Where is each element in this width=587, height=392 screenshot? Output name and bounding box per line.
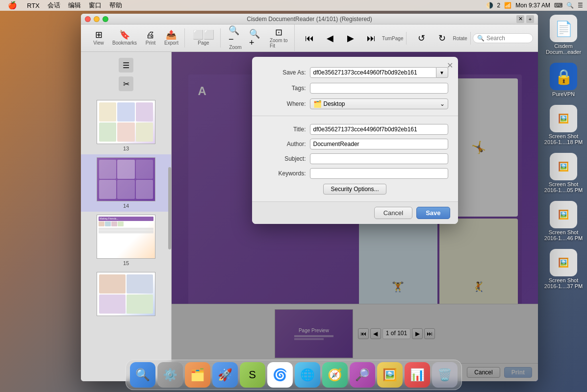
traffic-lights <box>85 16 108 22</box>
menu-rtx[interactable]: RTX <box>23 0 44 11</box>
toolbar-back[interactable]: ◀ <box>320 32 340 45</box>
dock-search-icon: 🔎 <box>355 368 370 382</box>
subject-label: Subject: <box>262 155 306 162</box>
dialog-close-button[interactable]: ✕ <box>447 61 453 70</box>
desktop-icon-screenshot2[interactable]: 🖼️ Screen Shot 2016-1....05 PM <box>544 153 583 193</box>
dock-chrome[interactable]: 🌀 <box>267 362 293 388</box>
dialog-details: Title: Author: Subject: <box>252 120 458 201</box>
subject-input[interactable] <box>310 153 448 164</box>
where-select[interactable]: 🗂️ Desktop ⌄ <box>310 98 448 109</box>
screenshot4-icon: 🖼️ <box>550 249 577 276</box>
dock-preview[interactable]: 🖼️ <box>377 362 403 388</box>
screenshot3-icon: 🖼️ <box>550 201 577 228</box>
menu-help[interactable]: 帮助 <box>105 0 126 11</box>
toolbar-rotate-right[interactable]: ↻ <box>432 32 452 45</box>
title-row: Title: <box>262 122 448 137</box>
menu-edit[interactable]: 编辑 <box>64 0 85 11</box>
app2-icon: 📊 <box>410 368 425 382</box>
apple-logo-icon: 🍎 <box>8 1 17 10</box>
apple-menu[interactable]: 🍎 <box>4 0 23 11</box>
thumb-img-13 <box>97 100 155 144</box>
desktop-icon-cisdem[interactable]: 📄 Cisdem Docum...eader <box>544 15 583 55</box>
export-label: Export <box>164 40 179 46</box>
toolbar: ⊞ View 🔖 Bookmarks 🖨 Print 📤 Export ⬜⬜ P… <box>81 24 538 52</box>
close-button[interactable] <box>85 16 91 22</box>
dock-finder[interactable]: 🔍 <box>130 362 155 388</box>
toolbar-view[interactable]: ⊞ View <box>89 28 108 48</box>
desktop-icon-screenshot4[interactable]: 🖼️ Screen Shot 2016-1....37 PM <box>544 249 583 289</box>
dock: 🔍 ⚙️ 🗂️ 🚀 S 🌀 🌐 🧭 🔎 🖼️ 📊 🗑️ <box>126 360 462 390</box>
maximize-button[interactable] <box>102 16 108 22</box>
toolbar-bookmarks[interactable]: 🔖 Bookmarks <box>109 28 140 48</box>
menu-window[interactable]: 窗口 <box>85 0 105 11</box>
cancel-button[interactable]: Cancel <box>374 207 412 219</box>
desktop-icon-screenshot3[interactable]: 🖼️ Screen Shot 2016-1....46 PM <box>544 201 583 241</box>
print-label: Print <box>146 40 156 46</box>
thumb-page-13[interactable]: 13 <box>81 97 171 154</box>
security-options-button[interactable]: Security Options... <box>323 184 386 195</box>
thumb-page-15[interactable]: Making Friends... <box>81 212 171 269</box>
where-icon: 🗂️ <box>313 100 322 108</box>
sidebar-scrollbar[interactable] <box>168 167 171 249</box>
toolbar-print[interactable]: 🖨 Print <box>141 28 160 48</box>
keywords-input[interactable] <box>310 168 448 179</box>
last-page-icon: ⏭ <box>367 34 376 43</box>
prev-page-icon: ⏮ <box>305 34 314 43</box>
desktop-icons-container: 📄 Cisdem Docum...eader 🔒 PureVPN 🖼️ Scre… <box>544 15 583 289</box>
view-label: View <box>93 40 104 46</box>
window-title: Cisdem DocumentReader (14/101) (Register… <box>247 16 372 23</box>
swifty-icon: S <box>249 368 256 381</box>
dock-browser[interactable]: 🌐 <box>295 362 320 388</box>
screenshot1-label: Screen Shot 2016-1....18 PM <box>544 133 583 145</box>
toolbar-rotate-left[interactable]: ↺ <box>411 32 431 45</box>
desktop-icon-purevpn[interactable]: 🔒 PureVPN <box>544 63 583 97</box>
dock-app2[interactable]: 📊 <box>405 362 430 388</box>
save-button[interactable]: Save <box>416 207 450 219</box>
close-tab-button[interactable]: ✕ <box>516 15 524 23</box>
toolbar-zoom-out[interactable]: 🔍− Zoom <box>226 24 245 52</box>
sidebar-scissors-icon[interactable]: ✂ <box>119 76 133 91</box>
thumb-label-15: 15 <box>123 260 129 266</box>
dock-swifty[interactable]: S <box>240 362 265 388</box>
thumb-label-13: 13 <box>123 146 129 151</box>
toolbar-prev-page[interactable]: ⏮ <box>300 32 319 45</box>
menu-icon[interactable]: ☰ <box>578 2 583 9</box>
minimize-button[interactable] <box>94 16 100 22</box>
toolbar-last-page[interactable]: ⏭ <box>361 32 381 45</box>
zoom-fit-label: Zoom to Fit <box>270 38 288 49</box>
thumb-page-14[interactable]: 14 <box>81 154 171 212</box>
toolbar-page[interactable]: ⬜⬜ Page <box>190 28 217 48</box>
dock-trash[interactable]: 🗑️ <box>432 362 458 388</box>
tags-label: Tags: <box>262 85 306 92</box>
search-icon[interactable]: 🔍 <box>566 2 574 9</box>
dock-search[interactable]: 🔎 <box>350 362 375 388</box>
trash-icon: 🗑️ <box>437 368 452 382</box>
thumb-page-16[interactable] <box>81 269 171 320</box>
dock-safari[interactable]: 🧭 <box>322 362 348 388</box>
toolbar-zoom-fit[interactable]: ⊡ Zoom to Fit <box>267 26 291 50</box>
toolbar-zoom-in[interactable]: 🔍+ <box>246 27 266 49</box>
desktop-icon-screenshot1[interactable]: 🖼️ Screen Shot 2016-1....18 PM <box>544 105 583 145</box>
view-icon: ⊞ <box>95 30 102 39</box>
sidebar-nav-icon[interactable]: ☰ <box>119 58 133 73</box>
author-input[interactable] <box>310 139 448 149</box>
content-area: A 🩰 🤸 🏋️ 🤾 ✕ Save As: <box>172 52 538 381</box>
where-row: Where: 🗂️ Desktop ⌄ <box>252 96 458 112</box>
wifi-icon: 📶 <box>504 2 511 9</box>
save-as-input[interactable] <box>310 67 436 78</box>
search-box[interactable]: 🔍 <box>473 33 533 43</box>
tags-input[interactable] <box>310 83 448 94</box>
dock-rocket[interactable]: 🚀 <box>212 362 238 388</box>
menu-chat[interactable]: 会话 <box>44 0 64 11</box>
dock-system-prefs[interactable]: ⚙️ <box>157 362 183 388</box>
where-chevron-icon: ⌄ <box>440 100 445 107</box>
back-icon: ◀ <box>327 34 333 43</box>
main-area: ☰ ✂ 13 <box>81 52 538 381</box>
search-input[interactable] <box>486 35 529 42</box>
title-input[interactable] <box>310 124 448 135</box>
dock-launchpad[interactable]: 🗂️ <box>185 362 210 388</box>
add-tab-button[interactable]: + <box>526 15 534 23</box>
toolbar-export[interactable]: 📤 Export <box>161 28 181 48</box>
toolbar-forward[interactable]: ▶ <box>341 32 360 45</box>
purevpn-label: PureVPN <box>552 91 575 97</box>
